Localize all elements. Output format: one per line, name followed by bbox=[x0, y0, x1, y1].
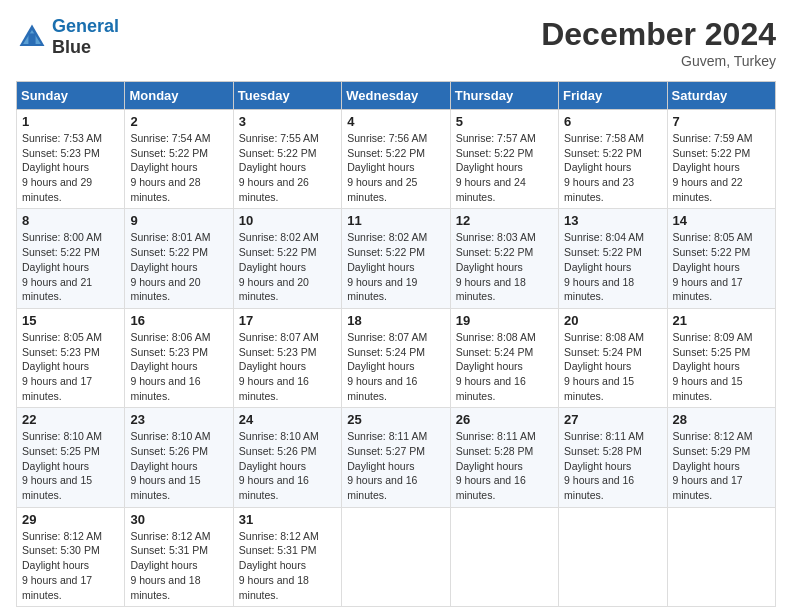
day-info: Sunrise: 8:07 AMSunset: 5:24 PMDaylight … bbox=[347, 330, 444, 403]
day-info: Sunrise: 7:57 AMSunset: 5:22 PMDaylight … bbox=[456, 131, 553, 204]
day-number: 24 bbox=[239, 412, 336, 427]
calendar-cell: 8Sunrise: 8:00 AMSunset: 5:22 PMDaylight… bbox=[17, 209, 125, 308]
weekday-header: Monday bbox=[125, 82, 233, 110]
calendar-week-row: 1Sunrise: 7:53 AMSunset: 5:23 PMDaylight… bbox=[17, 110, 776, 209]
calendar-cell: 3Sunrise: 7:55 AMSunset: 5:22 PMDaylight… bbox=[233, 110, 341, 209]
day-info: Sunrise: 8:10 AMSunset: 5:25 PMDaylight … bbox=[22, 429, 119, 502]
day-info: Sunrise: 8:06 AMSunset: 5:23 PMDaylight … bbox=[130, 330, 227, 403]
calendar-cell: 5Sunrise: 7:57 AMSunset: 5:22 PMDaylight… bbox=[450, 110, 558, 209]
calendar-cell: 16Sunrise: 8:06 AMSunset: 5:23 PMDayligh… bbox=[125, 308, 233, 407]
calendar-cell: 30Sunrise: 8:12 AMSunset: 5:31 PMDayligh… bbox=[125, 507, 233, 606]
day-info: Sunrise: 8:05 AMSunset: 5:23 PMDaylight … bbox=[22, 330, 119, 403]
calendar-cell: 26Sunrise: 8:11 AMSunset: 5:28 PMDayligh… bbox=[450, 408, 558, 507]
day-number: 8 bbox=[22, 213, 119, 228]
day-info: Sunrise: 8:12 AMSunset: 5:30 PMDaylight … bbox=[22, 529, 119, 602]
day-info: Sunrise: 8:12 AMSunset: 5:31 PMDaylight … bbox=[130, 529, 227, 602]
logo-icon bbox=[16, 21, 48, 53]
day-number: 4 bbox=[347, 114, 444, 129]
day-info: Sunrise: 8:08 AMSunset: 5:24 PMDaylight … bbox=[564, 330, 661, 403]
weekday-header: Sunday bbox=[17, 82, 125, 110]
logo: General Blue bbox=[16, 16, 119, 58]
day-number: 7 bbox=[673, 114, 770, 129]
day-number: 1 bbox=[22, 114, 119, 129]
calendar-cell bbox=[667, 507, 775, 606]
day-info: Sunrise: 8:00 AMSunset: 5:22 PMDaylight … bbox=[22, 230, 119, 303]
calendar-cell: 14Sunrise: 8:05 AMSunset: 5:22 PMDayligh… bbox=[667, 209, 775, 308]
day-number: 12 bbox=[456, 213, 553, 228]
calendar-cell: 1Sunrise: 7:53 AMSunset: 5:23 PMDaylight… bbox=[17, 110, 125, 209]
calendar-cell: 10Sunrise: 8:02 AMSunset: 5:22 PMDayligh… bbox=[233, 209, 341, 308]
calendar-cell: 15Sunrise: 8:05 AMSunset: 5:23 PMDayligh… bbox=[17, 308, 125, 407]
calendar-cell: 7Sunrise: 7:59 AMSunset: 5:22 PMDaylight… bbox=[667, 110, 775, 209]
calendar-cell: 17Sunrise: 8:07 AMSunset: 5:23 PMDayligh… bbox=[233, 308, 341, 407]
day-number: 20 bbox=[564, 313, 661, 328]
calendar-cell: 12Sunrise: 8:03 AMSunset: 5:22 PMDayligh… bbox=[450, 209, 558, 308]
day-info: Sunrise: 8:11 AMSunset: 5:28 PMDaylight … bbox=[564, 429, 661, 502]
day-info: Sunrise: 7:58 AMSunset: 5:22 PMDaylight … bbox=[564, 131, 661, 204]
calendar-cell: 19Sunrise: 8:08 AMSunset: 5:24 PMDayligh… bbox=[450, 308, 558, 407]
day-info: Sunrise: 8:02 AMSunset: 5:22 PMDaylight … bbox=[347, 230, 444, 303]
calendar-cell: 6Sunrise: 7:58 AMSunset: 5:22 PMDaylight… bbox=[559, 110, 667, 209]
day-info: Sunrise: 8:02 AMSunset: 5:22 PMDaylight … bbox=[239, 230, 336, 303]
calendar-cell: 27Sunrise: 8:11 AMSunset: 5:28 PMDayligh… bbox=[559, 408, 667, 507]
day-number: 27 bbox=[564, 412, 661, 427]
day-info: Sunrise: 8:10 AMSunset: 5:26 PMDaylight … bbox=[239, 429, 336, 502]
day-number: 11 bbox=[347, 213, 444, 228]
day-number: 30 bbox=[130, 512, 227, 527]
calendar-week-row: 15Sunrise: 8:05 AMSunset: 5:23 PMDayligh… bbox=[17, 308, 776, 407]
weekday-header: Friday bbox=[559, 82, 667, 110]
calendar-cell: 21Sunrise: 8:09 AMSunset: 5:25 PMDayligh… bbox=[667, 308, 775, 407]
weekday-header: Tuesday bbox=[233, 82, 341, 110]
calendar-cell: 31Sunrise: 8:12 AMSunset: 5:31 PMDayligh… bbox=[233, 507, 341, 606]
calendar-cell: 18Sunrise: 8:07 AMSunset: 5:24 PMDayligh… bbox=[342, 308, 450, 407]
day-number: 10 bbox=[239, 213, 336, 228]
weekday-header: Wednesday bbox=[342, 82, 450, 110]
calendar-cell bbox=[450, 507, 558, 606]
day-info: Sunrise: 8:04 AMSunset: 5:22 PMDaylight … bbox=[564, 230, 661, 303]
day-number: 2 bbox=[130, 114, 227, 129]
calendar-week-row: 8Sunrise: 8:00 AMSunset: 5:22 PMDaylight… bbox=[17, 209, 776, 308]
calendar-cell: 4Sunrise: 7:56 AMSunset: 5:22 PMDaylight… bbox=[342, 110, 450, 209]
calendar-cell: 11Sunrise: 8:02 AMSunset: 5:22 PMDayligh… bbox=[342, 209, 450, 308]
calendar-cell: 9Sunrise: 8:01 AMSunset: 5:22 PMDaylight… bbox=[125, 209, 233, 308]
day-info: Sunrise: 8:12 AMSunset: 5:31 PMDaylight … bbox=[239, 529, 336, 602]
day-info: Sunrise: 8:05 AMSunset: 5:22 PMDaylight … bbox=[673, 230, 770, 303]
page-header: General Blue December 2024 Guvem, Turkey bbox=[16, 16, 776, 69]
day-number: 17 bbox=[239, 313, 336, 328]
day-number: 5 bbox=[456, 114, 553, 129]
calendar-cell: 25Sunrise: 8:11 AMSunset: 5:27 PMDayligh… bbox=[342, 408, 450, 507]
day-info: Sunrise: 8:08 AMSunset: 5:24 PMDaylight … bbox=[456, 330, 553, 403]
day-info: Sunrise: 8:12 AMSunset: 5:29 PMDaylight … bbox=[673, 429, 770, 502]
svg-rect-3 bbox=[28, 33, 35, 44]
day-info: Sunrise: 7:56 AMSunset: 5:22 PMDaylight … bbox=[347, 131, 444, 204]
calendar-cell bbox=[342, 507, 450, 606]
day-number: 6 bbox=[564, 114, 661, 129]
day-number: 19 bbox=[456, 313, 553, 328]
calendar-week-row: 22Sunrise: 8:10 AMSunset: 5:25 PMDayligh… bbox=[17, 408, 776, 507]
day-number: 29 bbox=[22, 512, 119, 527]
day-number: 14 bbox=[673, 213, 770, 228]
calendar-cell: 23Sunrise: 8:10 AMSunset: 5:26 PMDayligh… bbox=[125, 408, 233, 507]
day-number: 23 bbox=[130, 412, 227, 427]
calendar-cell: 28Sunrise: 8:12 AMSunset: 5:29 PMDayligh… bbox=[667, 408, 775, 507]
day-info: Sunrise: 8:07 AMSunset: 5:23 PMDaylight … bbox=[239, 330, 336, 403]
day-number: 16 bbox=[130, 313, 227, 328]
location: Guvem, Turkey bbox=[541, 53, 776, 69]
title-area: December 2024 Guvem, Turkey bbox=[541, 16, 776, 69]
calendar-cell bbox=[559, 507, 667, 606]
month-title: December 2024 bbox=[541, 16, 776, 53]
day-number: 22 bbox=[22, 412, 119, 427]
day-info: Sunrise: 8:10 AMSunset: 5:26 PMDaylight … bbox=[130, 429, 227, 502]
day-info: Sunrise: 7:54 AMSunset: 5:22 PMDaylight … bbox=[130, 131, 227, 204]
day-number: 26 bbox=[456, 412, 553, 427]
weekday-header: Saturday bbox=[667, 82, 775, 110]
day-number: 31 bbox=[239, 512, 336, 527]
day-number: 28 bbox=[673, 412, 770, 427]
calendar-cell: 2Sunrise: 7:54 AMSunset: 5:22 PMDaylight… bbox=[125, 110, 233, 209]
day-number: 21 bbox=[673, 313, 770, 328]
calendar-header-row: SundayMondayTuesdayWednesdayThursdayFrid… bbox=[17, 82, 776, 110]
day-info: Sunrise: 8:11 AMSunset: 5:27 PMDaylight … bbox=[347, 429, 444, 502]
calendar-table: SundayMondayTuesdayWednesdayThursdayFrid… bbox=[16, 81, 776, 607]
day-number: 9 bbox=[130, 213, 227, 228]
day-number: 3 bbox=[239, 114, 336, 129]
